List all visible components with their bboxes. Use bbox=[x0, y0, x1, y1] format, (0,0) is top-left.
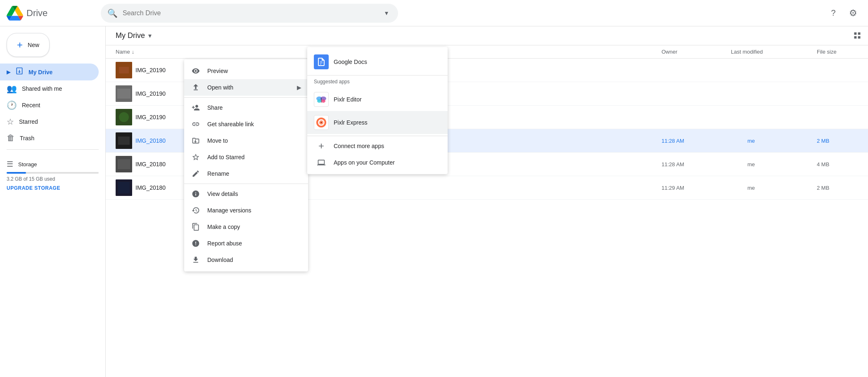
menu-item-move-to[interactable]: Move to bbox=[184, 132, 308, 149]
menu-item-download[interactable]: Download bbox=[184, 252, 308, 268]
new-button-label: New bbox=[28, 42, 39, 48]
my-drive-label: My Drive bbox=[28, 69, 52, 75]
pixlr-express-label: Pixlr Express bbox=[334, 119, 368, 126]
svg-point-20 bbox=[320, 122, 322, 123]
menu-item-report-abuse[interactable]: Report abuse bbox=[184, 235, 308, 252]
recent-label: Recent bbox=[22, 102, 40, 108]
trash-icon: 🗑 bbox=[7, 133, 15, 143]
sidebar-divider bbox=[7, 149, 99, 150]
submenu-item-computer-apps[interactable]: Apps on your Computer bbox=[307, 154, 448, 171]
report-abuse-label: Report abuse bbox=[207, 240, 301, 247]
storage-bar-bg bbox=[7, 172, 99, 174]
menu-item-preview[interactable]: Preview bbox=[184, 63, 308, 79]
google-docs-icon bbox=[314, 54, 329, 69]
sidebar-item-my-drive[interactable]: ▶ My Drive bbox=[0, 64, 99, 80]
move-to-label: Move to bbox=[207, 137, 301, 144]
logo-text: Drive bbox=[26, 8, 47, 19]
add-starred-label: Add to Starred bbox=[207, 154, 301, 160]
new-button[interactable]: + New bbox=[7, 33, 50, 57]
help-button[interactable]: ? bbox=[825, 5, 842, 21]
menu-item-open-with[interactable]: Open with ▶ bbox=[184, 79, 308, 96]
suggested-apps-label: Suggested apps bbox=[307, 77, 448, 88]
shared-icon: 👥 bbox=[7, 84, 17, 94]
preview-label: Preview bbox=[207, 68, 301, 74]
search-dropdown-arrow[interactable]: ▾ bbox=[385, 9, 388, 17]
sidebar-item-shared[interactable]: 👥 Shared with me bbox=[0, 80, 99, 97]
submenu-divider-2 bbox=[307, 136, 448, 136]
menu-item-share[interactable]: Share bbox=[184, 99, 308, 116]
upgrade-storage-button[interactable]: UPGRADE STORAGE bbox=[7, 185, 99, 191]
context-menu-overlay: Preview Open with ▶ Share bbox=[106, 26, 868, 377]
open-with-icon bbox=[191, 83, 201, 92]
storage-text: 3.2 GB of 15 GB used bbox=[7, 176, 99, 182]
storage-label: ☰ Storage bbox=[7, 160, 99, 169]
plus-icon bbox=[314, 142, 329, 150]
copy-icon bbox=[191, 223, 201, 231]
google-docs-label: Google Docs bbox=[334, 59, 367, 65]
download-icon bbox=[191, 256, 201, 264]
sidebar-item-recent[interactable]: 🕐 Recent bbox=[0, 97, 99, 113]
submenu-item-connect-apps[interactable]: Connect more apps bbox=[307, 138, 448, 154]
storage-section: ☰ Storage 3.2 GB of 15 GB used UPGRADE S… bbox=[0, 153, 105, 198]
connect-apps-label: Connect more apps bbox=[334, 143, 384, 149]
menu-divider-1 bbox=[184, 97, 308, 98]
history-icon bbox=[191, 206, 201, 214]
warning-icon bbox=[191, 239, 201, 247]
context-menu: Preview Open with ▶ Share bbox=[184, 59, 308, 271]
folder-move-icon bbox=[191, 137, 201, 145]
shared-label: Shared with me bbox=[22, 85, 62, 92]
help-icon: ? bbox=[831, 8, 835, 18]
info-icon bbox=[191, 190, 201, 198]
svg-point-14 bbox=[317, 99, 321, 103]
menu-item-shareable-link[interactable]: Get shareable link bbox=[184, 116, 308, 132]
content-area: My Drive ▾ Name ↓ Owner Last modified Fi… bbox=[106, 26, 868, 377]
submenu-item-pixlr-editor[interactable]: Pixlr Editor bbox=[307, 88, 448, 111]
header-right: ? ⚙ bbox=[825, 5, 861, 21]
menu-item-add-starred[interactable]: Add to Starred bbox=[184, 149, 308, 165]
header: Drive 🔍 ▾ ? ⚙ bbox=[0, 0, 868, 26]
search-icon: 🔍 bbox=[107, 8, 118, 18]
shareable-link-label: Get shareable link bbox=[207, 121, 301, 127]
svg-point-15 bbox=[321, 99, 325, 103]
my-drive-icon bbox=[15, 67, 24, 77]
search-input[interactable] bbox=[123, 9, 380, 17]
logo-area: Drive bbox=[7, 5, 97, 21]
submenu-divider-1 bbox=[307, 75, 448, 75]
open-with-submenu: Google Docs Suggested apps bbox=[307, 47, 448, 174]
starred-icon: ☆ bbox=[7, 117, 14, 127]
recent-icon: 🕐 bbox=[7, 100, 17, 110]
pixlr-express-icon bbox=[314, 115, 329, 130]
eye-icon bbox=[191, 67, 201, 75]
menu-item-view-details[interactable]: View details bbox=[184, 186, 308, 202]
monitor-icon bbox=[314, 158, 329, 167]
sidebar: + New ▶ My Drive 👥 Shared with me 🕐 Rece… bbox=[0, 26, 106, 377]
search-bar[interactable]: 🔍 ▾ bbox=[101, 4, 398, 23]
new-plus-icon: + bbox=[17, 40, 23, 50]
share-icon bbox=[191, 104, 201, 112]
menu-divider-2 bbox=[184, 184, 308, 184]
open-with-label: Open with bbox=[207, 84, 290, 91]
sidebar-item-trash[interactable]: 🗑 Trash bbox=[0, 130, 99, 146]
menu-item-rename[interactable]: Rename bbox=[184, 165, 308, 182]
submenu-item-pixlr-express[interactable]: Pixlr Express bbox=[307, 111, 448, 134]
submenu-item-google-docs[interactable]: Google Docs bbox=[307, 50, 448, 73]
pencil-icon bbox=[191, 170, 201, 178]
settings-icon: ⚙ bbox=[849, 8, 857, 19]
menu-item-manage-versions[interactable]: Manage versions bbox=[184, 202, 308, 219]
starred-label: Starred bbox=[19, 118, 38, 125]
view-details-label: View details bbox=[207, 191, 301, 197]
star-icon bbox=[191, 153, 201, 161]
settings-button[interactable]: ⚙ bbox=[845, 5, 861, 21]
drive-logo-icon bbox=[7, 5, 23, 21]
main-layout: + New ▶ My Drive 👥 Shared with me 🕐 Rece… bbox=[0, 26, 868, 377]
pixlr-editor-label: Pixlr Editor bbox=[334, 96, 362, 103]
chevron-right-icon: ▶ bbox=[7, 69, 10, 75]
sidebar-item-starred[interactable]: ☆ Starred bbox=[0, 113, 99, 130]
pixlr-editor-icon bbox=[314, 92, 329, 107]
download-label: Download bbox=[207, 257, 301, 263]
menu-item-make-copy[interactable]: Make a copy bbox=[184, 219, 308, 235]
manage-versions-label: Manage versions bbox=[207, 207, 301, 214]
share-label: Share bbox=[207, 104, 301, 111]
submenu-arrow-icon: ▶ bbox=[297, 84, 301, 91]
trash-label: Trash bbox=[20, 135, 34, 141]
